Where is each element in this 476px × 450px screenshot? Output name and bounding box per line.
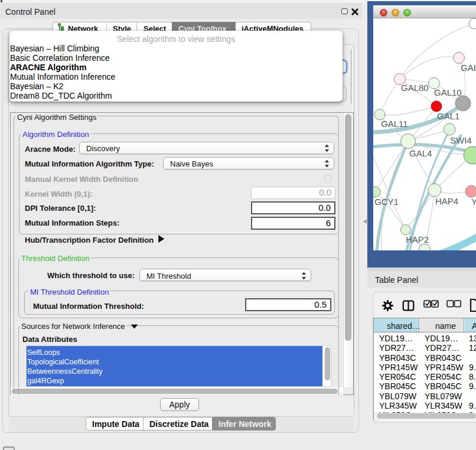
svg-text:GAL4: GAL4 [409, 148, 432, 158]
svg-text:GAL10: GAL10 [434, 87, 462, 97]
svg-text:GAL80: GAL80 [401, 83, 429, 93]
svg-text:Y: Y [471, 197, 476, 207]
svg-text:GCY1: GCY1 [374, 197, 399, 207]
svg-text:GAL1: GAL1 [437, 111, 459, 121]
svg-text:HAP4: HAP4 [435, 196, 458, 206]
svg-text:SWI4: SWI4 [450, 135, 472, 145]
svg-text:GAL11: GAL11 [381, 119, 408, 129]
svg-text:GAL: GAL [461, 63, 476, 73]
svg-text:HAP2: HAP2 [406, 234, 429, 244]
